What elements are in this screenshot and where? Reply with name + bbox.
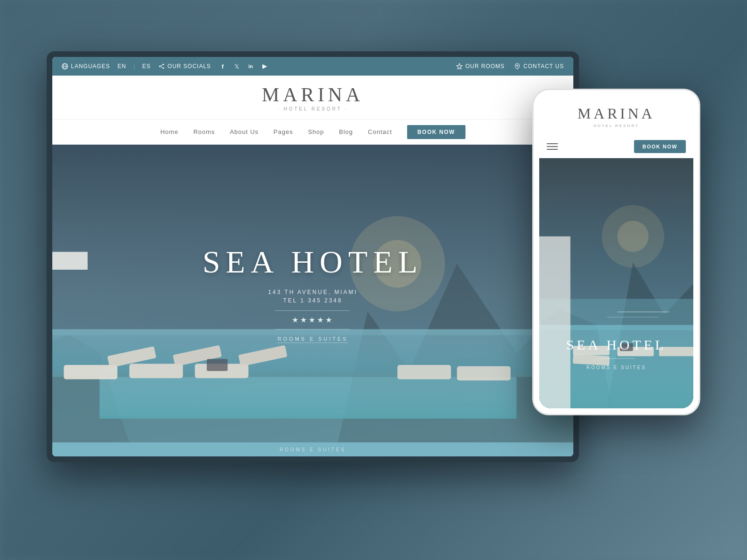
desktop-mockup: LANGUAGES EN | ES OUR SOCIALS: [47, 51, 579, 462]
svg-line-6: [160, 64, 163, 66]
contact-label: CONTACT US: [523, 63, 564, 70]
share-icon: [158, 63, 165, 70]
hero-divider-bottom: [275, 329, 350, 329]
hamburger-menu-button[interactable]: [547, 143, 558, 150]
desktop-book-now-button[interactable]: BOOK NOW: [407, 125, 465, 139]
hero-address: 143 TH AVENUE, MIAMI: [203, 289, 423, 295]
hero-tel: TEL 1 345 2348: [203, 297, 423, 304]
mobile-nav: BOOK NOW: [539, 135, 693, 158]
socials-label: OUR SOCIALS: [168, 63, 211, 70]
hamburger-line-3: [547, 149, 558, 150]
mobile-hero: SEA HOTEL ROOMS E SUITES: [539, 158, 693, 408]
rooms-label: OUR ROOMS: [465, 63, 505, 70]
hero-stars: ★★★★★: [203, 315, 423, 324]
lang-en[interactable]: EN: [118, 63, 127, 70]
mobile-hero-title: SEA HOTEL: [539, 337, 693, 353]
svg-rect-21: [129, 364, 183, 378]
star-icon: [456, 63, 463, 70]
languages-label: LANGUAGES: [71, 63, 110, 70]
top-bar-left: LANGUAGES EN | ES OUR SOCIALS: [62, 62, 269, 70]
languages-item[interactable]: LANGUAGES: [62, 63, 110, 70]
svg-point-34: [617, 221, 648, 252]
mobile-rooms-link[interactable]: ROOMS E SUITES: [586, 365, 646, 370]
svg-rect-16: [99, 377, 516, 419]
nav-contact[interactable]: Contact: [368, 126, 392, 137]
bottom-bar-text: ROOMS E SUITES: [280, 447, 346, 452]
svg-rect-19: [64, 365, 118, 379]
mobile-hero-divider: [598, 358, 635, 359]
mobile-mockup: MARINA · HOTEL RESORT · BOOK NOW: [532, 89, 700, 415]
contact-item[interactable]: CONTACT US: [514, 63, 564, 70]
mobile-header: MARINA · HOTEL RESORT ·: [539, 96, 693, 135]
site-header: MARINA · HOTEL RESORT ·: [52, 76, 573, 119]
svg-point-9: [517, 65, 518, 66]
mobile-logo-sub: · HOTEL RESORT ·: [547, 124, 686, 128]
svg-rect-31: [457, 366, 511, 381]
desktop-logo-sub: · HOTEL RESORT ·: [52, 106, 573, 112]
hamburger-line-2: [547, 146, 558, 147]
linkedin-icon[interactable]: in: [247, 62, 255, 70]
nav-shop[interactable]: Shop: [308, 126, 324, 137]
nav-bar: Home Rooms About Us Pages Shop Blog Cont…: [52, 119, 573, 145]
lang-divider: |: [134, 63, 134, 70]
svg-rect-30: [397, 365, 451, 379]
social-icons-group: f 𝕏 in ▶: [218, 62, 269, 70]
nav-blog[interactable]: Blog: [339, 126, 353, 137]
desktop-screen: LANGUAGES EN | ES OUR SOCIALS: [52, 57, 573, 456]
nav-pages[interactable]: Pages: [274, 126, 293, 137]
svg-rect-29: [207, 359, 228, 371]
facebook-icon[interactable]: f: [218, 62, 227, 70]
desktop-bottom-bar: ROOMS E SUITES: [52, 442, 573, 456]
top-bar-right: OUR ROOMS CONTACT US: [456, 63, 564, 70]
mobile-screen: MARINA · HOTEL RESORT · BOOK NOW: [539, 96, 693, 408]
mobile-logo-main: MARINA: [547, 105, 686, 122]
svg-rect-37: [539, 237, 571, 409]
hero-section: SEA HOTEL 143 TH AVENUE, MIAMI TEL 1 345…: [52, 145, 573, 442]
youtube-icon[interactable]: ▶: [261, 62, 269, 70]
hero-title: SEA HOTEL: [203, 245, 423, 280]
svg-rect-18: [52, 252, 88, 270]
hero-divider-top: [275, 310, 350, 311]
top-bar: LANGUAGES EN | ES OUR SOCIALS: [52, 57, 573, 76]
hero-content: SEA HOTEL 143 TH AVENUE, MIAMI TEL 1 345…: [203, 245, 423, 343]
mobile-book-now-button[interactable]: BOOK NOW: [634, 140, 686, 153]
svg-line-7: [160, 66, 163, 68]
socials-item[interactable]: OUR SOCIALS: [158, 63, 211, 70]
mobile-hero-content: SEA HOTEL ROOMS E SUITES: [539, 337, 693, 371]
nav-rooms[interactable]: Rooms: [193, 126, 215, 137]
lang-es[interactable]: ES: [142, 63, 151, 70]
nav-about[interactable]: About Us: [230, 126, 258, 137]
globe-icon: [62, 63, 68, 70]
nav-home[interactable]: Home: [160, 126, 178, 137]
desktop-logo-main: MARINA: [52, 85, 573, 105]
twitter-icon[interactable]: 𝕏: [233, 62, 241, 70]
scene-container: LANGUAGES EN | ES OUR SOCIALS: [47, 51, 700, 509]
hamburger-line-1: [547, 143, 558, 144]
svg-marker-8: [457, 63, 462, 69]
location-icon: [514, 63, 521, 70]
rooms-item[interactable]: OUR ROOMS: [456, 63, 505, 70]
hero-rooms-link[interactable]: ROOMS E SUITES: [278, 336, 348, 343]
